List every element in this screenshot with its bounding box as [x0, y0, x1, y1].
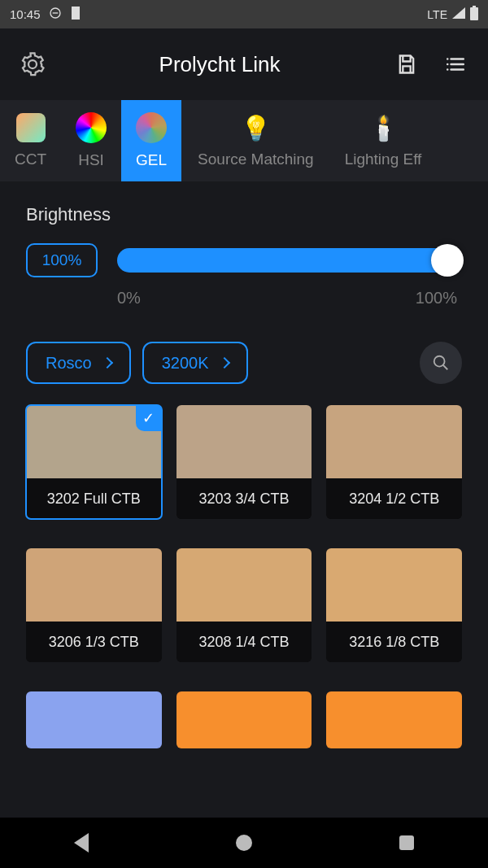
- dnd-icon: [49, 7, 62, 22]
- save-button[interactable]: [394, 51, 420, 77]
- candle-icon: 🕯️: [368, 114, 399, 142]
- gel-card[interactable]: ✓ 3202 Full CTB: [26, 405, 162, 519]
- gel-swatch: [176, 405, 312, 478]
- gel-grid: ✓ 3202 Full CTB 3203 3/4 CTB 3204 1/2 CT…: [26, 405, 462, 519]
- cct-filter[interactable]: 3200K: [142, 342, 248, 384]
- chevron-right-icon: [102, 357, 113, 369]
- gel-swatch: [326, 548, 462, 622]
- recents-button[interactable]: [399, 835, 414, 850]
- lamp-icon: 💡: [241, 114, 271, 142]
- brightness-value[interactable]: 100%: [26, 243, 98, 277]
- save-icon: [395, 53, 418, 76]
- check-icon: ✓: [136, 405, 162, 431]
- brand-filter[interactable]: Rosco: [26, 342, 131, 384]
- status-bar: 10:45 LTE: [0, 0, 488, 28]
- network-label: LTE: [427, 8, 447, 21]
- gel-swatch: [26, 548, 162, 622]
- gel-card[interactable]: 3203 3/4 CTB: [176, 405, 312, 519]
- svg-line-5: [443, 365, 448, 370]
- gel-swatch: [326, 405, 462, 478]
- brand-label: Rosco: [46, 354, 92, 373]
- svg-rect-2: [473, 6, 476, 7]
- tab-label: Source Matching: [198, 150, 314, 168]
- tab-lighting-effects[interactable]: 🕯️ Lighting Eff: [330, 100, 437, 181]
- status-right: LTE: [427, 6, 478, 23]
- gel-label: 3204 1/2 CTB: [326, 478, 462, 519]
- tab-label: Lighting Eff: [345, 150, 422, 168]
- search-button[interactable]: [420, 342, 462, 384]
- tab-source-matching[interactable]: 💡 Source Matching: [181, 100, 330, 181]
- gel-grid: 3206 1/3 CTB 3208 1/4 CTB 3216 1/8 CTB: [26, 548, 462, 662]
- home-button[interactable]: [236, 835, 252, 851]
- gel-card[interactable]: 3206 1/3 CTB: [26, 548, 162, 662]
- brightness-control: 100%: [26, 243, 462, 277]
- cct-label: 3200K: [162, 354, 209, 373]
- gel-card[interactable]: 3216 1/8 CTB: [326, 548, 462, 662]
- gel-swatch: [176, 691, 312, 748]
- gel-card[interactable]: [26, 691, 162, 748]
- gear-icon: [20, 52, 45, 76]
- gel-swatch: [326, 691, 462, 748]
- tab-gel[interactable]: GEL: [121, 100, 181, 181]
- list-button[interactable]: [442, 51, 468, 77]
- gel-label: 3216 1/8 CTB: [326, 622, 462, 662]
- tab-label: HSI: [78, 151, 104, 169]
- page-title: Prolycht Link: [46, 52, 394, 77]
- filter-row: Rosco 3200K: [26, 342, 462, 384]
- settings-button[interactable]: [20, 51, 46, 77]
- gel-grid: [26, 691, 462, 748]
- tab-label: CCT: [15, 150, 46, 168]
- tab-label: GEL: [136, 151, 167, 169]
- hsi-icon: [76, 112, 107, 143]
- gel-card[interactable]: 3204 1/2 CTB: [326, 405, 462, 519]
- svg-rect-3: [470, 7, 478, 20]
- signal-icon: [452, 7, 465, 21]
- gel-icon: [136, 112, 167, 143]
- app-header: Prolycht Link: [0, 28, 488, 100]
- status-left: 10:45: [10, 7, 81, 22]
- gel-card[interactable]: [326, 691, 462, 748]
- mode-tabs: CCT HSI GEL 💡 Source Matching 🕯️ Lightin…: [0, 100, 488, 181]
- system-nav: [0, 818, 488, 868]
- status-time: 10:45: [10, 7, 41, 21]
- gel-swatch: [26, 691, 162, 748]
- gel-label: 3206 1/3 CTB: [26, 622, 162, 662]
- slider-min: 0%: [117, 289, 141, 308]
- chevron-right-icon: [218, 357, 229, 369]
- main-content: Brightness 100% 0% 100% Rosco 3200K ✓ 32…: [0, 181, 488, 748]
- sd-icon: [70, 7, 81, 22]
- slider-max: 100%: [416, 289, 457, 308]
- gel-card[interactable]: [176, 691, 312, 748]
- list-icon: [444, 54, 467, 75]
- slider-thumb[interactable]: [431, 244, 464, 277]
- tab-hsi[interactable]: HSI: [61, 100, 121, 181]
- search-icon: [432, 354, 450, 372]
- gel-label: 3202 Full CTB: [26, 478, 162, 519]
- gel-swatch: [176, 548, 312, 622]
- back-button[interactable]: [74, 833, 89, 853]
- battery-icon: [470, 6, 478, 23]
- cct-icon: [16, 113, 46, 142]
- gel-card[interactable]: 3208 1/4 CTB: [176, 548, 312, 662]
- gel-label: 3203 3/4 CTB: [176, 478, 312, 519]
- brightness-label: Brightness: [26, 204, 462, 225]
- tab-cct[interactable]: CCT: [0, 100, 61, 181]
- brightness-slider[interactable]: [117, 248, 462, 273]
- slider-legend: 0% 100%: [26, 289, 462, 308]
- svg-point-4: [434, 356, 445, 367]
- gel-label: 3208 1/4 CTB: [176, 622, 312, 662]
